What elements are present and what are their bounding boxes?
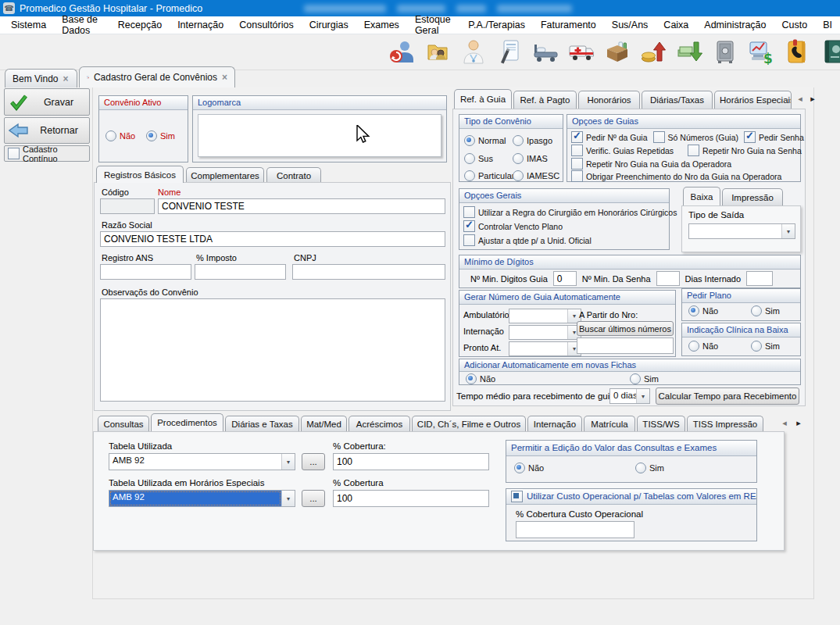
checkbox-icon[interactable] [571, 170, 583, 182]
billing-icon[interactable]: $ [748, 38, 774, 65]
radio-icon[interactable] [751, 305, 762, 316]
tab-honorarios[interactable]: Honorários [578, 91, 640, 109]
cb-repetir-senha[interactable]: Repetir Nro Guia na Senha [688, 145, 802, 156]
radio-icon[interactable] [464, 153, 475, 164]
doctor-icon[interactable] [460, 38, 487, 65]
tab-baixa[interactable]: Baixa [683, 187, 720, 205]
radio-icon[interactable] [630, 373, 641, 384]
radio-icon[interactable] [464, 170, 475, 181]
codigo-input[interactable] [100, 198, 155, 214]
pedir-plano-sim-radio[interactable]: Sim [751, 305, 780, 316]
menu-caixa[interactable]: Caixa [656, 17, 696, 33]
radio-particular[interactable]: Particular [464, 170, 514, 181]
menu-bi[interactable]: BI [815, 17, 840, 33]
cobertura-custo-input[interactable] [516, 521, 634, 538]
phone-book-icon[interactable] [784, 38, 810, 65]
tab-cid-chs-filme[interactable]: CID, Ch´s, Filme e Outros [412, 416, 526, 431]
checkbox-icon[interactable] [744, 131, 756, 143]
tab-registros-basicos[interactable]: Registros Básicos [96, 166, 184, 183]
tipo-saida-combo[interactable]: ▾ [688, 223, 795, 239]
radio-icon[interactable] [146, 130, 157, 141]
bottom-tabs-scroll-left-icon[interactable]: ◂ [779, 418, 790, 428]
tabela-browse-button[interactable]: ... [302, 453, 325, 470]
indicacao-sim-radio[interactable]: Sim [751, 341, 780, 352]
chevron-down-icon[interactable]: ▾ [281, 454, 295, 470]
radio-icon[interactable] [688, 341, 699, 352]
cb-pedir-senha[interactable]: Pedir Senha [744, 131, 804, 143]
radio-icon[interactable] [751, 341, 762, 352]
registro-ans-input[interactable] [100, 264, 191, 280]
ambulance-icon[interactable] [568, 38, 595, 65]
bottom-tabs-scroll-right-icon[interactable]: ▸ [793, 418, 804, 428]
cb-ajustar-qtde[interactable]: Ajustar a qtde p/ a Unid. Oficial [463, 234, 592, 246]
observacoes-textarea[interactable] [100, 298, 445, 402]
dias-internado-input[interactable] [746, 271, 773, 286]
checkbox-icon[interactable] [8, 148, 20, 159]
tabela-especiais-combo[interactable]: AMB 92▾ [109, 490, 295, 507]
cb-verific-guias[interactable]: Verific. Guias Repetidas [571, 145, 674, 156]
chevron-down-icon[interactable]: ▾ [781, 224, 795, 238]
radio-icon[interactable] [513, 135, 524, 146]
stock-icon[interactable] [604, 38, 631, 65]
tab-consultas[interactable]: Consultas [98, 416, 149, 431]
sync-users-icon[interactable] [388, 38, 415, 65]
adicionar-nao-radio[interactable]: Não [466, 373, 495, 384]
chevron-down-icon[interactable]: ▾ [281, 491, 295, 506]
cb-regra-cirurgiao[interactable]: Utilizar a Regra do Cirurgião em Honorár… [463, 206, 677, 218]
tab-diarias-taxas[interactable]: Diárias/Taxas [642, 91, 713, 109]
safe-icon[interactable] [712, 38, 738, 65]
cb-so-numeros[interactable]: Só Números (Guia) [653, 131, 738, 143]
tab-contrato[interactable]: Contrato [266, 167, 321, 183]
tab-procedimentos[interactable]: Procedimentos [151, 413, 223, 431]
hospital-bed-icon[interactable] [532, 38, 559, 65]
permitir-sim-radio[interactable]: Sim [635, 462, 664, 473]
patients-folder-icon[interactable] [424, 38, 451, 65]
money-out-icon[interactable] [676, 38, 702, 65]
tab-complementares[interactable]: Complementares [186, 167, 264, 183]
tab-cadastro-convenios[interactable]: Cadastro Geral de Convênios × [79, 66, 235, 88]
indicacao-nao-radio[interactable]: Não [688, 341, 718, 352]
buscar-numeros-button[interactable]: Buscar últimos números [577, 321, 674, 336]
tab-acrescimos[interactable]: Acréscimos [349, 416, 410, 431]
cobertura1-input[interactable] [333, 453, 489, 470]
tab-tiss-impressao[interactable]: TISS Impressão [687, 416, 763, 431]
radio-icon[interactable] [466, 373, 477, 384]
tabela-especiais-browse-button[interactable]: ... [302, 490, 325, 507]
manual-book-icon[interactable] [820, 38, 840, 65]
logomarca-image-box[interactable] [198, 114, 441, 157]
a-partir-input[interactable] [577, 338, 674, 354]
menu-sus-ans[interactable]: Sus/Ans [604, 17, 656, 33]
calcular-tempo-button[interactable]: Calcular Tempo para Recebimento [656, 388, 799, 405]
tabs-scroll-left-icon[interactable]: ◂ [795, 94, 806, 104]
nome-input[interactable] [158, 198, 445, 214]
tabela-utilizada-combo[interactable]: AMB 92▾ [109, 453, 295, 470]
adicionar-sim-radio[interactable]: Sim [630, 373, 659, 384]
radio-icon[interactable] [513, 153, 524, 164]
menu-administracao[interactable]: Administração [696, 17, 774, 33]
tab-ref-a-pagto[interactable]: Ref. à Pagto [513, 91, 577, 109]
permitir-nao-radio[interactable]: Não [514, 462, 544, 473]
internacao-combo[interactable]: ▾ [509, 325, 581, 340]
cb-pedir-num-guia[interactable]: Pedir Nº da Guia [571, 131, 648, 143]
tab-mat-med[interactable]: Mat/Med [301, 416, 347, 431]
menu-consultorios[interactable]: Consultórios [231, 17, 301, 33]
menu-faturamento[interactable]: Faturamento [533, 17, 604, 33]
checkbox-icon[interactable] [688, 145, 699, 156]
checkbox-icon[interactable] [571, 145, 583, 156]
radio-icon[interactable] [105, 130, 116, 141]
menu-sistema[interactable]: Sistema [3, 17, 54, 33]
checkbox-icon[interactable] [571, 131, 583, 143]
cadastro-continuo-checkbox[interactable]: Cadastro Contínuo [4, 145, 90, 162]
min-senha-input[interactable] [656, 271, 680, 286]
money-in-icon[interactable] [640, 38, 667, 65]
tab-ref-a-guia[interactable]: Ref. à Guia [454, 89, 512, 109]
tab-matricula[interactable]: Matrícula [584, 416, 635, 431]
ambulatorio-combo[interactable]: ▾ [509, 309, 581, 323]
checkbox-icon[interactable] [463, 234, 475, 246]
tempo-medio-combo[interactable]: 0 dias▾ [609, 388, 650, 404]
custo-operacional-checkbox-icon[interactable] [511, 491, 523, 502]
tabs-scroll-right-icon[interactable]: ▸ [807, 94, 818, 104]
radio-ipasgo[interactable]: Ipasgo [513, 135, 552, 146]
imposto-input[interactable] [195, 264, 286, 280]
cb-controlar-vencto[interactable]: Controlar Vencto Plano [463, 220, 563, 232]
